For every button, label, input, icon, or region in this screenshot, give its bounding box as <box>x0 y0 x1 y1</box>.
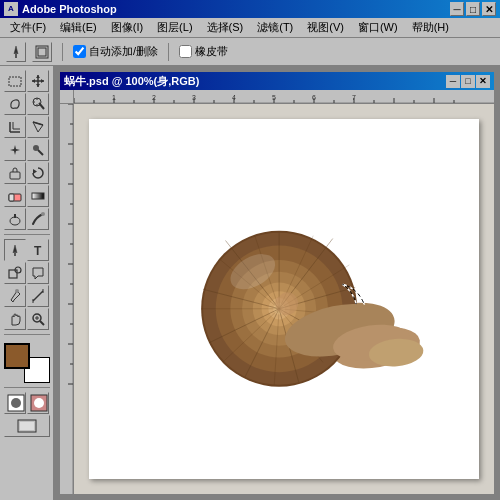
screen-mode-button[interactable] <box>4 415 50 437</box>
svg-text:2: 2 <box>152 94 156 101</box>
pen-options-icon[interactable] <box>6 42 26 62</box>
svg-text:5: 5 <box>272 94 276 101</box>
document-title: 蜗牛.psd @ 100%(身,RGB) <box>64 74 446 89</box>
hand-tool[interactable] <box>4 308 26 330</box>
svg-rect-49 <box>20 422 34 430</box>
rubberband-checkbox[interactable] <box>179 45 192 58</box>
quickmask-mode[interactable] <box>27 392 49 414</box>
dodge-tool[interactable] <box>4 208 26 230</box>
svg-point-36 <box>15 289 19 293</box>
crop-tool[interactable] <box>4 116 26 138</box>
menu-image[interactable]: 图像(I) <box>105 18 149 37</box>
corner-icon[interactable] <box>32 42 52 62</box>
image-canvas <box>89 119 479 479</box>
doc-close-btn[interactable]: ✕ <box>476 75 490 88</box>
color-area <box>4 343 50 383</box>
svg-rect-26 <box>9 194 14 201</box>
svg-rect-4 <box>9 77 21 86</box>
eyedropper-tool[interactable] <box>4 285 26 307</box>
tool-row-4 <box>4 139 49 161</box>
svg-text:7: 7 <box>352 94 356 101</box>
maximize-button[interactable]: □ <box>466 2 480 16</box>
tool-divider-1 <box>4 234 50 235</box>
app-logo: A <box>4 2 18 16</box>
ruler-left-svg <box>60 104 74 494</box>
zoom-tool[interactable] <box>27 308 49 330</box>
svg-rect-23 <box>10 172 20 179</box>
svg-rect-27 <box>32 193 44 199</box>
auto-add-label: 自动添加/删除 <box>89 44 158 59</box>
move-tool[interactable] <box>27 70 49 92</box>
menu-edit[interactable]: 编辑(E) <box>54 18 103 37</box>
menu-window[interactable]: 窗口(W) <box>352 18 404 37</box>
healing-tool[interactable] <box>4 139 26 161</box>
menu-select[interactable]: 选择(S) <box>201 18 250 37</box>
close-button[interactable]: ✕ <box>482 2 496 16</box>
quick-mask-row <box>4 392 49 414</box>
foreground-color-box[interactable] <box>4 343 30 369</box>
menu-layer[interactable]: 图层(L) <box>151 18 198 37</box>
title-buttons: ─ □ ✕ <box>450 2 496 16</box>
auto-add-checkbox[interactable] <box>73 45 86 58</box>
annotation-tool[interactable] <box>27 262 49 284</box>
svg-point-28 <box>10 217 20 225</box>
screen-mode-row <box>4 415 50 437</box>
ruler-top-svg: 1 2 3 4 5 6 7 <box>74 90 494 104</box>
history-tool[interactable] <box>27 162 49 184</box>
tool-row-2 <box>4 93 49 115</box>
doc-minimize-btn[interactable]: ─ <box>446 75 460 88</box>
shape-tool[interactable] <box>4 262 26 284</box>
minimize-button[interactable]: ─ <box>450 2 464 16</box>
smudge-tool[interactable] <box>27 208 49 230</box>
main-area: T <box>0 66 500 500</box>
pen-tool[interactable] <box>4 239 26 261</box>
workspace: 蜗牛.psd @ 100%(身,RGB) ─ □ ✕ <box>54 66 500 500</box>
svg-text:1: 1 <box>112 94 116 101</box>
ruler-corner <box>60 90 74 104</box>
separator <box>62 43 63 61</box>
svg-line-22 <box>38 150 43 155</box>
tool-row-5 <box>4 162 49 184</box>
tool-row-3 <box>4 116 49 138</box>
svg-line-41 <box>40 321 44 325</box>
tool-row-1 <box>4 70 49 92</box>
standard-mode[interactable] <box>4 392 26 414</box>
menu-file[interactable]: 文件(F) <box>4 18 52 37</box>
measure-tool[interactable] <box>27 285 49 307</box>
doc-maximize-btn[interactable]: □ <box>461 75 475 88</box>
toolbox: T <box>0 66 54 500</box>
brush-tool[interactable] <box>27 139 49 161</box>
svg-text:4: 4 <box>232 94 236 101</box>
gradient-tool[interactable] <box>27 185 49 207</box>
eraser-tool[interactable] <box>4 185 26 207</box>
svg-rect-3 <box>38 48 46 56</box>
stamp-tool[interactable] <box>4 162 26 184</box>
menu-bar: 文件(F) 编辑(E) 图像(I) 图层(L) 选择(S) 滤镜(T) 视图(V… <box>0 18 500 38</box>
slice-tool[interactable] <box>27 116 49 138</box>
menu-help[interactable]: 帮助(H) <box>406 18 455 37</box>
tool-row-11 <box>4 308 49 330</box>
magic-wand-tool[interactable] <box>27 93 49 115</box>
ruler-top: 1 2 3 4 5 6 7 <box>74 90 494 104</box>
document-canvas: 1 2 3 4 5 6 7 <box>60 90 494 494</box>
type-tool[interactable]: T <box>27 239 49 261</box>
document-title-bar: 蜗牛.psd @ 100%(身,RGB) ─ □ ✕ <box>60 72 494 90</box>
menu-filter[interactable]: 滤镜(T) <box>251 18 299 37</box>
canvas-area <box>74 104 494 494</box>
svg-marker-7 <box>36 75 40 78</box>
rubberband-label: 橡皮带 <box>195 44 228 59</box>
separator2 <box>168 43 169 61</box>
svg-marker-24 <box>33 169 37 174</box>
auto-add-checkbox-group[interactable]: 自动添加/删除 <box>73 44 158 59</box>
tool-divider-3 <box>4 387 50 388</box>
svg-line-11 <box>39 103 44 109</box>
svg-line-37 <box>33 291 43 301</box>
marquee-tool[interactable] <box>4 70 26 92</box>
document-window: 蜗牛.psd @ 100%(身,RGB) ─ □ ✕ <box>58 70 496 496</box>
svg-point-30 <box>41 212 45 216</box>
lasso-tool[interactable] <box>4 93 26 115</box>
ruler-left <box>60 104 74 494</box>
rubberband-checkbox-group[interactable]: 橡皮带 <box>179 44 228 59</box>
tool-row-7 <box>4 208 49 230</box>
menu-view[interactable]: 视图(V) <box>301 18 350 37</box>
